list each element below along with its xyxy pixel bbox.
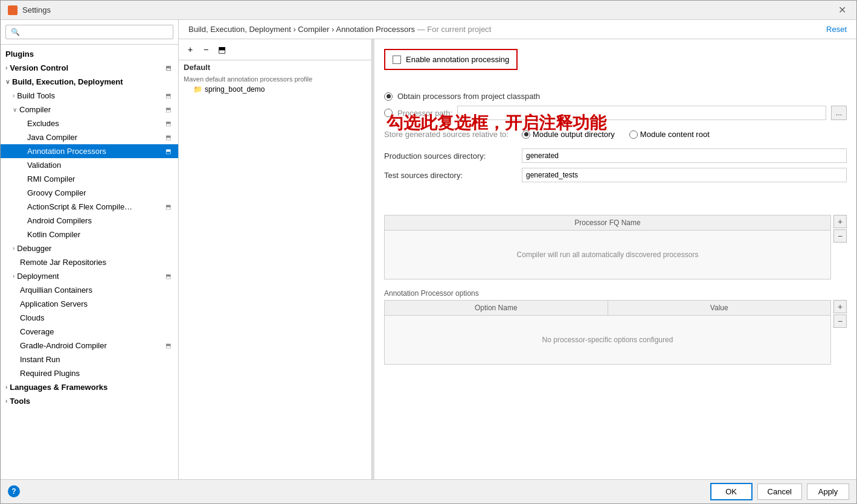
processor-path-radio[interactable] bbox=[384, 109, 393, 117]
breadcrumb: Build, Execution, Deployment › Compiler … bbox=[188, 25, 491, 34]
module-output-radio[interactable] bbox=[522, 130, 530, 139]
help-button[interactable]: ? bbox=[8, 485, 20, 497]
sidebar-item-validation[interactable]: Validation bbox=[1, 158, 178, 172]
title-bar: Settings ✕ bbox=[1, 1, 856, 20]
prod-sources-row: Production sources directory: bbox=[384, 146, 847, 165]
sidebar-item-compiler[interactable]: ∨Compiler⬒ bbox=[1, 103, 178, 116]
remove-profile-button[interactable]: − bbox=[199, 43, 213, 56]
processors-empty-msg: Compiler will run all automatically disc… bbox=[517, 250, 699, 259]
profile-sub-spring[interactable]: 📁 spring_boot_demo bbox=[179, 84, 371, 95]
sidebar-item-version-control[interactable]: ›Version Control⬒ bbox=[1, 61, 178, 75]
sidebar-item-label: RMI Compiler bbox=[27, 174, 171, 183]
sidebar-item-java-compiler[interactable]: Java Compiler⬒ bbox=[1, 130, 178, 144]
sidebar-item-deployment[interactable]: ›Deployment⬒ bbox=[1, 269, 178, 283]
prod-sources-input[interactable] bbox=[522, 148, 847, 163]
annotation-options-label: Annotation Processor options bbox=[384, 289, 847, 298]
bottom-bar: ? OK Cancel Apply bbox=[1, 479, 856, 503]
breadcrumb-main: Build, Execution, Deployment › Compiler … bbox=[188, 25, 415, 34]
sidebar-item-plugins[interactable]: Plugins bbox=[1, 47, 178, 61]
test-sources-input[interactable] bbox=[522, 168, 847, 182]
sidebar-item-label: Required Plugins bbox=[20, 369, 171, 378]
arrow-icon: › bbox=[13, 273, 14, 279]
processor-path-browse[interactable]: … bbox=[831, 106, 847, 120]
add-processor-button[interactable]: + bbox=[833, 215, 847, 228]
search-box bbox=[1, 20, 178, 45]
sidebar-item-gradle-android[interactable]: Gradle-Android Compiler⬒ bbox=[1, 339, 178, 352]
enable-annotation-box[interactable]: Enable annotation processing bbox=[384, 49, 518, 70]
sidebar-item-label: Build Tools bbox=[17, 91, 163, 100]
remove-option-button[interactable]: − bbox=[833, 314, 847, 328]
close-button[interactable]: ✕ bbox=[835, 3, 849, 18]
copy-icon: ⬒ bbox=[165, 106, 171, 113]
sidebar-item-languages[interactable]: ›Languages & Frameworks bbox=[1, 380, 178, 394]
sidebar-item-label: Validation bbox=[27, 161, 171, 170]
module-content-radio[interactable] bbox=[629, 130, 638, 139]
sidebar-item-label: Build, Execution, Deployment bbox=[12, 77, 171, 86]
sidebar-item-build-tools[interactable]: ›Build Tools⬒ bbox=[1, 89, 178, 103]
copy-icon: ⬒ bbox=[165, 273, 171, 279]
arrow-icon: › bbox=[5, 384, 7, 391]
sidebar-item-build-execution[interactable]: ∨Build, Execution, Deployment bbox=[1, 75, 178, 89]
obtain-processors-label: Obtain processors from project classpath bbox=[397, 92, 540, 101]
apply-button[interactable]: Apply bbox=[807, 483, 849, 500]
sidebar-item-arquillian[interactable]: Arquillian Containers bbox=[1, 283, 178, 297]
store-label: Store generated sources relative to: bbox=[384, 130, 517, 139]
sidebar-item-required-plugins[interactable]: Required Plugins bbox=[1, 366, 178, 380]
arrow-icon: ∨ bbox=[13, 106, 17, 113]
sidebar-item-label: Coverage bbox=[20, 327, 171, 336]
sidebar-item-groovy-compiler[interactable]: Groovy Compiler bbox=[1, 186, 178, 200]
sidebar-item-instant-run[interactable]: Instant Run bbox=[1, 352, 178, 366]
sidebar-item-remote-jar[interactable]: Remote Jar Repositories bbox=[1, 255, 178, 269]
profile-item-default[interactable]: Default bbox=[179, 60, 371, 74]
sidebar-item-actionscript[interactable]: ActionScript & Flex Compile…⬒ bbox=[1, 200, 178, 214]
sidebar-item-rmi-compiler[interactable]: RMI Compiler bbox=[1, 172, 178, 186]
module-output-label: Module output directory bbox=[533, 130, 615, 139]
processor-path-label: Processor path: bbox=[397, 109, 452, 118]
sidebar-item-application-servers[interactable]: Application Servers bbox=[1, 297, 178, 311]
arrow-icon: › bbox=[5, 65, 7, 71]
sidebar-item-label: Languages & Frameworks bbox=[10, 383, 171, 392]
enable-annotation-checkbox[interactable] bbox=[393, 56, 401, 64]
sidebar-item-label: Application Servers bbox=[20, 299, 171, 308]
sidebar-item-annotation-processors[interactable]: Annotation Processors⬒ bbox=[1, 144, 178, 158]
module-content-label: Module content root bbox=[640, 130, 710, 139]
obtain-processors-row: Obtain processors from project classpath bbox=[384, 89, 847, 103]
main-content: Plugins›Version Control⬒∨Build, Executio… bbox=[1, 20, 856, 479]
sidebar-item-debugger[interactable]: ›Debugger bbox=[1, 241, 178, 255]
sidebar-item-label: Deployment bbox=[17, 272, 163, 281]
sidebar-item-kotlin-compiler[interactable]: Kotlin Compiler bbox=[1, 228, 178, 241]
sidebar-item-excludes[interactable]: Excludes⬒ bbox=[1, 116, 178, 130]
sidebar-item-label: Kotlin Compiler bbox=[27, 230, 171, 239]
sidebar-item-label: Clouds bbox=[20, 313, 171, 322]
module-output-option[interactable]: Module output directory bbox=[522, 130, 615, 139]
sidebar-item-clouds[interactable]: Clouds bbox=[1, 311, 178, 325]
processor-path-input[interactable] bbox=[457, 106, 826, 120]
test-sources-label: Test sources directory: bbox=[384, 171, 517, 180]
cancel-button[interactable]: Cancel bbox=[757, 483, 802, 500]
sidebar-item-coverage[interactable]: Coverage bbox=[1, 325, 178, 339]
breadcrumb-suffix: — For current project bbox=[417, 25, 492, 34]
sidebar-item-label: Android Compilers bbox=[27, 216, 171, 225]
options-table-body: No processor-specific options configured bbox=[385, 316, 830, 364]
profile-list: Default Maven default annotation process… bbox=[179, 60, 371, 479]
sidebar-item-tools[interactable]: ›Tools bbox=[1, 394, 178, 408]
reset-button[interactable]: Reset bbox=[826, 25, 847, 34]
ok-button[interactable]: OK bbox=[710, 483, 753, 500]
store-sources-row: Store generated sources relative to: Mod… bbox=[384, 127, 847, 141]
sidebar-item-android-compilers[interactable]: Android Compilers bbox=[1, 214, 178, 228]
settings-window: Settings ✕ Plugins›Version Control⬒∨Buil… bbox=[0, 0, 857, 504]
search-input[interactable] bbox=[5, 25, 173, 39]
copy-profile-button[interactable]: ⬒ bbox=[215, 43, 228, 56]
remove-processor-button[interactable]: − bbox=[833, 229, 847, 243]
obtain-processors-radio[interactable] bbox=[384, 92, 393, 101]
module-content-option[interactable]: Module content root bbox=[629, 130, 710, 139]
copy-icon: ⬒ bbox=[165, 120, 171, 127]
option-name-col: Option Name bbox=[385, 301, 608, 315]
add-option-button[interactable]: + bbox=[833, 300, 847, 313]
sidebar-item-label: Instant Run bbox=[20, 355, 171, 364]
profile-item-title: Default bbox=[184, 63, 367, 72]
processors-side-buttons: + − bbox=[833, 215, 847, 279]
app-icon bbox=[8, 5, 18, 15]
sidebar-item-label: Debugger bbox=[17, 244, 171, 253]
add-profile-button[interactable]: + bbox=[184, 43, 197, 56]
